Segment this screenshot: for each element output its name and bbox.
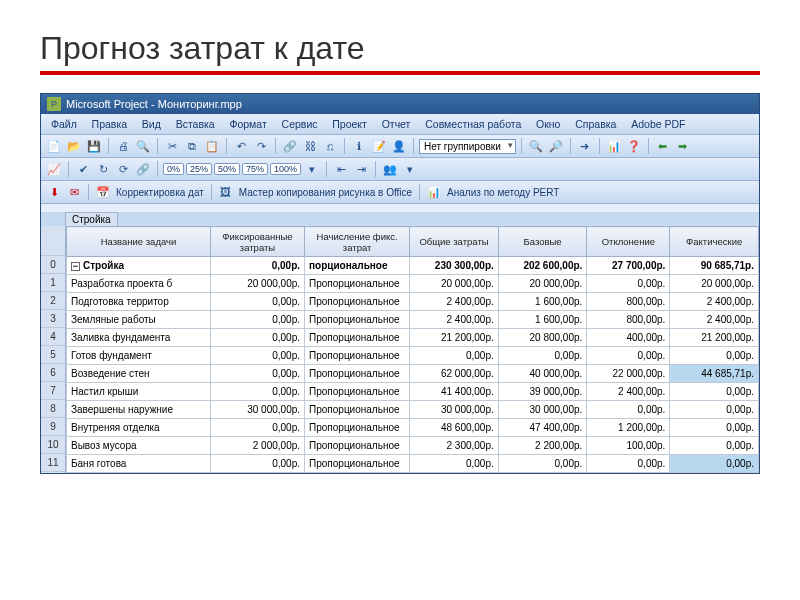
cell-fixed[interactable]: 0,00р. bbox=[210, 419, 304, 437]
cell-dev[interactable]: 1 200,00р. bbox=[587, 419, 670, 437]
row-number[interactable]: 3 bbox=[41, 310, 65, 328]
split-icon[interactable]: ⎌ bbox=[321, 137, 339, 155]
cell-base[interactable]: 30 000,00р. bbox=[498, 401, 587, 419]
cell-base[interactable]: 1 600,00р. bbox=[498, 293, 587, 311]
table-row[interactable]: −Стройка0,00р.порциональное230 300,00р.2… bbox=[67, 257, 759, 275]
cell-total[interactable]: 2 400,00р. bbox=[410, 293, 499, 311]
menu-edit[interactable]: Правка bbox=[86, 116, 133, 132]
cell-total[interactable]: 20 000,00р. bbox=[410, 275, 499, 293]
cell-fact[interactable]: 0,00р. bbox=[670, 437, 759, 455]
assign-icon[interactable]: 👤 bbox=[390, 137, 408, 155]
cell-fact[interactable]: 21 200,00р. bbox=[670, 329, 759, 347]
col-total[interactable]: Общие затраты bbox=[410, 227, 499, 257]
cell-fixed[interactable]: 0,00р. bbox=[210, 293, 304, 311]
cell-task[interactable]: Подготовка территор bbox=[67, 293, 211, 311]
cell-dev[interactable]: 2 400,00р. bbox=[587, 383, 670, 401]
back-icon[interactable]: ⬅ bbox=[654, 137, 672, 155]
cell-task[interactable]: Внутреняя отделка bbox=[67, 419, 211, 437]
cell-fact[interactable]: 44 685,71р. bbox=[670, 365, 759, 383]
paste-icon[interactable]: 📋 bbox=[203, 137, 221, 155]
cell-dev[interactable]: 0,00р. bbox=[587, 347, 670, 365]
note-icon[interactable]: 📝 bbox=[370, 137, 388, 155]
cell-accrue[interactable]: Пропорциональное bbox=[305, 365, 410, 383]
cell-base[interactable]: 0,00р. bbox=[498, 455, 587, 473]
cell-fact[interactable]: 0,00р. bbox=[670, 347, 759, 365]
cut-icon[interactable]: ✂ bbox=[163, 137, 181, 155]
pdf-icon[interactable]: ⬇ bbox=[45, 183, 63, 201]
cell-accrue[interactable]: Пропорциональное bbox=[305, 383, 410, 401]
row-number[interactable]: 0 bbox=[41, 256, 65, 274]
zoom-25[interactable]: 25% bbox=[186, 163, 212, 175]
users-icon[interactable]: 👥 bbox=[381, 160, 399, 178]
grouping-dropdown[interactable]: Нет группировки bbox=[419, 139, 516, 154]
row-number[interactable]: 5 bbox=[41, 346, 65, 364]
save-icon[interactable]: 💾 bbox=[85, 137, 103, 155]
cell-fact[interactable]: 0,00р. bbox=[670, 419, 759, 437]
cell-base[interactable]: 40 000,00р. bbox=[498, 365, 587, 383]
cell-task[interactable]: Готов фундамент bbox=[67, 347, 211, 365]
row-number[interactable]: 11 bbox=[41, 454, 65, 472]
cell-total[interactable]: 48 600,00р. bbox=[410, 419, 499, 437]
cell-accrue[interactable]: Пропорциональное bbox=[305, 275, 410, 293]
copy-icon[interactable]: ⧉ bbox=[183, 137, 201, 155]
cell-base[interactable]: 1 600,00р. bbox=[498, 311, 587, 329]
table-row[interactable]: Завершены наружние30 000,00р.Пропорциона… bbox=[67, 401, 759, 419]
row-number[interactable]: 7 bbox=[41, 382, 65, 400]
col-dev[interactable]: Отклонение bbox=[587, 227, 670, 257]
cell-fixed[interactable]: 0,00р. bbox=[210, 329, 304, 347]
table-row[interactable]: Готов фундамент0,00р.Пропорциональное0,0… bbox=[67, 347, 759, 365]
row-number[interactable]: 1 bbox=[41, 274, 65, 292]
cell-task[interactable]: Завершены наружние bbox=[67, 401, 211, 419]
cell-fact[interactable]: 2 400,00р. bbox=[670, 293, 759, 311]
reschedule-icon[interactable]: ⟳ bbox=[114, 160, 132, 178]
cell-fixed[interactable]: 0,00р. bbox=[210, 347, 304, 365]
row-number[interactable]: 10 bbox=[41, 436, 65, 454]
cell-base[interactable]: 0,00р. bbox=[498, 347, 587, 365]
track-icon[interactable]: 📈 bbox=[45, 160, 63, 178]
cell-task[interactable]: Настил крыши bbox=[67, 383, 211, 401]
pdf-mail-icon[interactable]: ✉ bbox=[65, 183, 83, 201]
table-row[interactable]: Настил крыши0,00р.Пропорциональное41 400… bbox=[67, 383, 759, 401]
filter-icon[interactable]: ▾ bbox=[401, 160, 419, 178]
link-adv-icon[interactable]: 🔗 bbox=[134, 160, 152, 178]
copy-picture-button[interactable]: Мастер копирования рисунка в Office bbox=[237, 187, 414, 198]
cell-base[interactable]: 2 200,00р. bbox=[498, 437, 587, 455]
menu-adobepdf[interactable]: Adobe PDF bbox=[625, 116, 691, 132]
cell-accrue[interactable]: Пропорциональное bbox=[305, 293, 410, 311]
menu-file[interactable]: Файл bbox=[45, 116, 83, 132]
cell-fixed[interactable]: 0,00р. bbox=[210, 383, 304, 401]
forward-icon[interactable]: ➡ bbox=[674, 137, 692, 155]
cell-base[interactable]: 20 800,00р. bbox=[498, 329, 587, 347]
row-number[interactable]: 8 bbox=[41, 400, 65, 418]
cell-fixed[interactable]: 0,00р. bbox=[210, 311, 304, 329]
menu-report[interactable]: Отчет bbox=[376, 116, 417, 132]
menu-window[interactable]: Окно bbox=[530, 116, 566, 132]
cell-fact[interactable]: 0,00р. bbox=[670, 401, 759, 419]
menu-tools[interactable]: Сервис bbox=[276, 116, 324, 132]
cell-total[interactable]: 230 300,00р. bbox=[410, 257, 499, 275]
cell-task[interactable]: Вывоз мусора bbox=[67, 437, 211, 455]
cell-task[interactable]: Заливка фундамента bbox=[67, 329, 211, 347]
cell-fact[interactable]: 0,00р. bbox=[670, 383, 759, 401]
collapse-icon[interactable]: − bbox=[71, 262, 80, 271]
cell-accrue[interactable]: Пропорциональное bbox=[305, 419, 410, 437]
cell-task[interactable]: Земляные работы bbox=[67, 311, 211, 329]
table-row[interactable]: Земляные работы0,00р.Пропорциональное2 4… bbox=[67, 311, 759, 329]
outdent-icon[interactable]: ⇥ bbox=[352, 160, 370, 178]
cell-total[interactable]: 2 300,00р. bbox=[410, 437, 499, 455]
cell-total[interactable]: 30 000,00р. bbox=[410, 401, 499, 419]
cell-total[interactable]: 62 000,00р. bbox=[410, 365, 499, 383]
cell-base[interactable]: 39 000,00р. bbox=[498, 383, 587, 401]
cell-dev[interactable]: 0,00р. bbox=[587, 275, 670, 293]
table-row[interactable]: Заливка фундамента0,00р.Пропорциональное… bbox=[67, 329, 759, 347]
zoomin-icon[interactable]: 🔎 bbox=[547, 137, 565, 155]
cell-fact[interactable]: 0,00р. bbox=[670, 455, 759, 473]
pert-icon[interactable]: 📊 bbox=[425, 183, 443, 201]
cell-fixed[interactable]: 0,00р. bbox=[210, 257, 304, 275]
cell-dev[interactable]: 27 700,00р. bbox=[587, 257, 670, 275]
undo-icon[interactable]: ↶ bbox=[232, 137, 250, 155]
goto-icon[interactable]: ➜ bbox=[576, 137, 594, 155]
cell-dev[interactable]: 22 000,00р. bbox=[587, 365, 670, 383]
cell-total[interactable]: 41 400,00р. bbox=[410, 383, 499, 401]
adjust-dates-icon[interactable]: 📅 bbox=[94, 183, 112, 201]
